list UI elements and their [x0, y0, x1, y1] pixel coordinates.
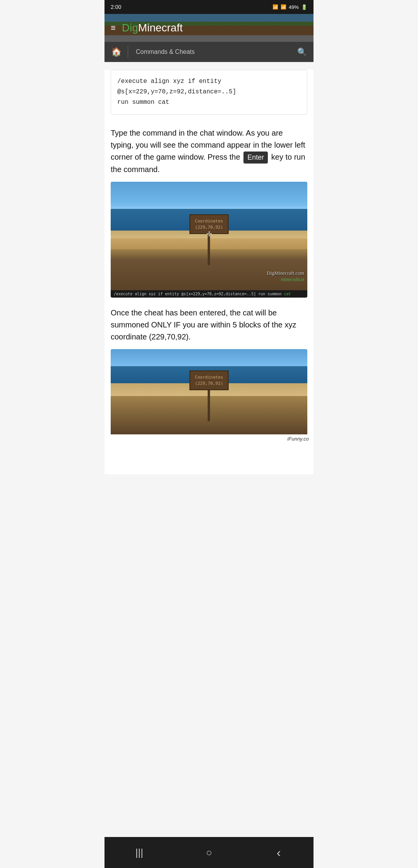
bottom-bar-cat: cat — [284, 292, 291, 296]
sign2-text-line2: (229,70,92) — [195, 381, 223, 386]
signal-icon: 📶 — [281, 4, 286, 10]
search-icon: 🔍 — [297, 47, 307, 57]
bottom-bar-text: /execute align xyz if entity @s[x=229,y=… — [114, 292, 284, 296]
description-1: Type the command in the chat window. As … — [104, 122, 314, 182]
battery-text: 49% — [289, 4, 299, 10]
title-dig: Dig — [122, 22, 138, 34]
status-bar: 2:00 📶 📶 49% 🔋 — [104, 0, 314, 14]
mc-screen-2: Coordinates (229,70,92) — [111, 349, 307, 434]
desc-text-2: Once the cheat has been entered, the cat… — [111, 308, 296, 341]
sign-post-2 — [208, 390, 210, 421]
app-bar: ≡ DigMinecraft — [104, 14, 314, 42]
ifunny-bar: iFunny.co — [104, 434, 314, 443]
screenshot-1: Coordinates (229,70,92) ✛ DigMinecraft.c… — [111, 182, 307, 298]
sign2-text-line1: Coordinates — [195, 374, 223, 380]
mc-screen-1: Coordinates (229,70,92) ✛ DigMinecraft.c… — [111, 182, 307, 290]
home-icon: 🏠 — [111, 47, 122, 57]
title-minecraft: Minecraft — [138, 22, 183, 34]
cursor: ✛ — [206, 230, 212, 238]
nav-bar: 🏠 Commands & Cheats 🔍 — [104, 42, 314, 62]
app-title: DigMinecraft — [122, 22, 183, 34]
command-text: /execute align xyz if entity @s[x=229,y=… — [117, 76, 301, 108]
battery-icon: 🔋 — [301, 4, 307, 10]
sign-board-2: Coordinates (229,70,92) — [190, 370, 229, 390]
time: 2:00 — [111, 4, 121, 10]
command-box: /execute align xyz if entity @s[x=229,y=… — [111, 70, 307, 115]
ifunny-text: iFunny.co — [288, 436, 309, 442]
sign-post — [208, 234, 210, 265]
status-icons: 📶 📶 49% 🔋 — [272, 4, 307, 10]
menu-icon[interactable]: ≡ — [111, 24, 116, 32]
mc-sign-2: Coordinates (229,70,92) — [190, 370, 229, 421]
home-button[interactable]: 🏠 — [104, 42, 128, 62]
sign-text-line1: Coordinates — [195, 218, 223, 224]
mc-bottom-bar: /execute align xyz if entity @s[x=229,y=… — [111, 290, 307, 298]
mc-watermark-1: DigMinecraft.com — [267, 270, 304, 276]
main-content: /execute align xyz if entity @s[x=229,y=… — [104, 70, 314, 474]
screenshot-2: Coordinates (229,70,92) — [111, 349, 307, 434]
mc-sign-1: Coordinates (229,70,92) — [190, 214, 229, 265]
search-button[interactable]: 🔍 — [290, 42, 314, 62]
description-2: Once the cheat has been entered, the cat… — [104, 304, 314, 349]
breadcrumb: Commands & Cheats — [128, 48, 290, 55]
enter-key-badge: Enter — [243, 152, 268, 164]
mc-watermark-2: minecraftcat — [281, 277, 304, 282]
wifi-icon: 📶 — [272, 4, 278, 10]
